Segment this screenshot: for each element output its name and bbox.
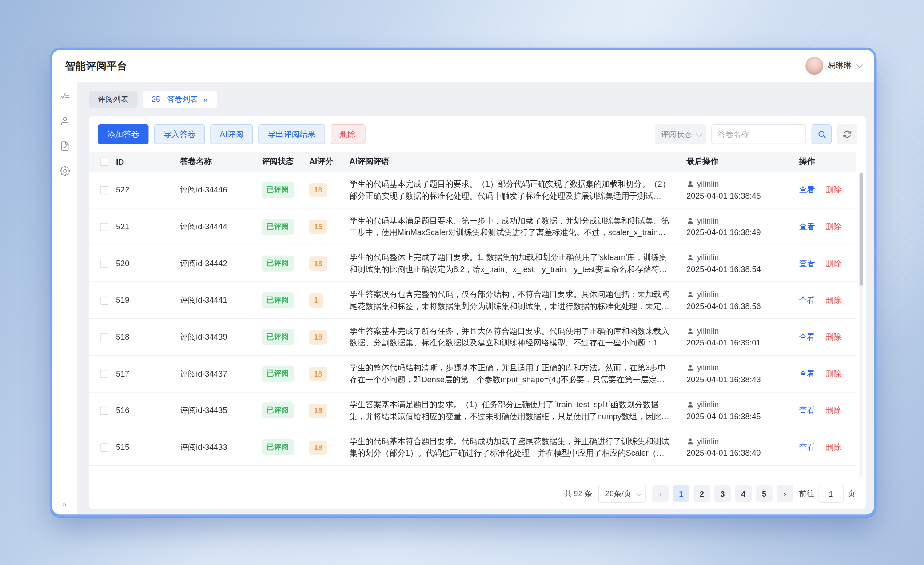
sidebar-item-users[interactable] [60,116,70,126]
delete-link[interactable]: 删除 [825,442,841,451]
row-checkbox[interactable] [100,223,108,231]
view-link[interactable]: 查看 [799,332,815,341]
table-row: 517 评阅id-34437 已评阅 18 学生的整体代码结构清晰，步骤基本正确… [89,356,856,393]
review-status-placeholder: 评阅状态 [661,129,692,140]
cell-name: 评阅id-34437 [180,369,262,379]
user-icon [60,116,70,126]
status-badge: 已评阅 [262,182,293,198]
last-operator: yilinlin [686,289,799,300]
page-size-select[interactable]: 20条/页 [598,485,646,503]
row-checkbox[interactable] [100,443,108,452]
user-menu[interactable]: 易琳琳 [805,57,861,75]
cell-name: 评阅id-34433 [180,442,262,453]
view-link[interactable]: 查看 [799,185,815,194]
operator-name: yilinlin [697,252,719,263]
column-header-last-op: 最后操作 [686,156,799,167]
column-header-status: 评阅状态 [262,156,309,167]
next-page-button[interactable]: › [777,485,793,502]
view-link[interactable]: 查看 [799,296,815,305]
status-badge: 已评阅 [262,402,293,418]
close-icon[interactable]: × [203,96,207,103]
review-status-select[interactable]: 评阅状态 [655,124,706,144]
answer-name-input[interactable] [711,124,806,144]
column-header-score: AI评分 [309,156,350,167]
tab-answer-sheet-list[interactable]: 25 - 答卷列表 × [143,91,216,108]
cell-id: 516 [116,406,180,415]
view-link[interactable]: 查看 [799,259,815,268]
last-operation-time: 2025-04-01 16:38:49 [686,447,799,459]
operator-name: yilinlin [697,362,719,373]
status-badge: 已评阅 [262,329,293,345]
last-operation-time: 2025-04-01 16:39:01 [686,337,799,349]
delete-link[interactable]: 删除 [825,369,841,378]
row-checkbox[interactable] [100,186,108,194]
view-link[interactable]: 查看 [799,369,815,378]
page-button-1[interactable]: 1 [673,485,689,502]
sidebar-item-settings[interactable] [60,166,70,176]
total-count: 共 92 条 [564,489,593,499]
sidebar-item-documents[interactable] [60,141,70,151]
table-row: 515 评阅id-34433 已评阅 18 学生的代码基本符合题目要求。代码成功… [89,429,856,466]
score-badge: 18 [309,256,327,271]
gear-icon [60,166,70,176]
row-checkbox[interactable] [100,369,108,378]
prev-page-button[interactable]: ‹ [652,485,669,502]
add-answer-button[interactable]: 添加答卷 [98,124,149,144]
delete-link[interactable]: 删除 [825,332,841,341]
row-checkbox[interactable] [100,406,108,415]
view-link[interactable]: 查看 [799,406,815,415]
refresh-button[interactable] [837,124,857,144]
row-checkbox[interactable] [100,296,108,305]
score-badge: 18 [309,330,327,344]
scrollbar-thumb[interactable] [860,173,863,285]
cell-name: 评阅id-34446 [180,184,262,195]
last-operator: yilinlin [686,215,799,226]
cell-id: 518 [116,333,180,341]
select-all-checkbox[interactable] [100,158,108,166]
person-icon [686,401,694,408]
delete-link[interactable]: 删除 [825,406,841,415]
cell-name: 评阅id-34441 [180,295,262,305]
page-button-2[interactable]: 2 [693,485,710,502]
refresh-icon [843,130,852,139]
delete-button[interactable]: 删除 [331,124,366,144]
avatar[interactable] [805,57,823,75]
row-checkbox[interactable] [100,333,108,341]
delete-link[interactable]: 删除 [825,259,841,268]
document-check-icon [60,141,70,151]
cell-id: 519 [116,296,180,305]
person-icon [686,364,694,371]
page-button-5[interactable]: 5 [756,485,772,502]
tab-review-list[interactable]: 评阅列表 [89,91,137,108]
import-answer-button[interactable]: 导入答卷 [154,124,205,144]
view-link[interactable]: 查看 [799,222,815,231]
page-button-3[interactable]: 3 [714,485,731,502]
page-button-4[interactable]: 4 [735,485,752,502]
window-header: 智能评阅平台 易琳琳 [52,50,874,82]
person-icon [686,180,694,188]
column-header-id: ID [116,157,180,166]
cell-id: 522 [116,185,180,194]
goto-page-input[interactable] [819,485,844,503]
ai-review-button[interactable]: AI评阅 [210,124,253,144]
goto-unit: 页 [848,489,855,499]
delete-link[interactable]: 删除 [825,222,841,231]
export-results-button[interactable]: 导出评阅结果 [258,124,325,144]
score-badge: 18 [309,367,327,381]
sidebar-collapse-button[interactable]: » [62,500,67,509]
sidebar-item-review-checklist[interactable] [60,91,70,101]
delete-link[interactable]: 删除 [825,185,841,194]
cell-name: 评阅id-34442 [180,258,262,269]
delete-link[interactable]: 删除 [825,296,841,305]
table-row: 518 评阅id-34439 已评阅 18 学生答案基本完成了所有任务，并且大体… [89,319,856,356]
operator-name: yilinlin [697,289,719,300]
view-link[interactable]: 查看 [799,442,815,451]
last-operator: yilinlin [686,325,799,336]
last-operation-time: 2025-04-01 16:38:45 [686,410,799,422]
row-checkbox[interactable] [100,259,108,268]
search-button[interactable] [812,124,832,144]
operator-name: yilinlin [697,325,719,336]
app-title: 智能评阅平台 [65,59,127,73]
table-row: 520 评阅id-34442 已评阅 18 学生的代码整体上完成了题目要求。1.… [89,245,856,282]
cell-ai-comment: 学生的代码基本完成了题目的要求。（1）部分代码正确实现了数据集的加载和切分。（2… [350,178,671,202]
